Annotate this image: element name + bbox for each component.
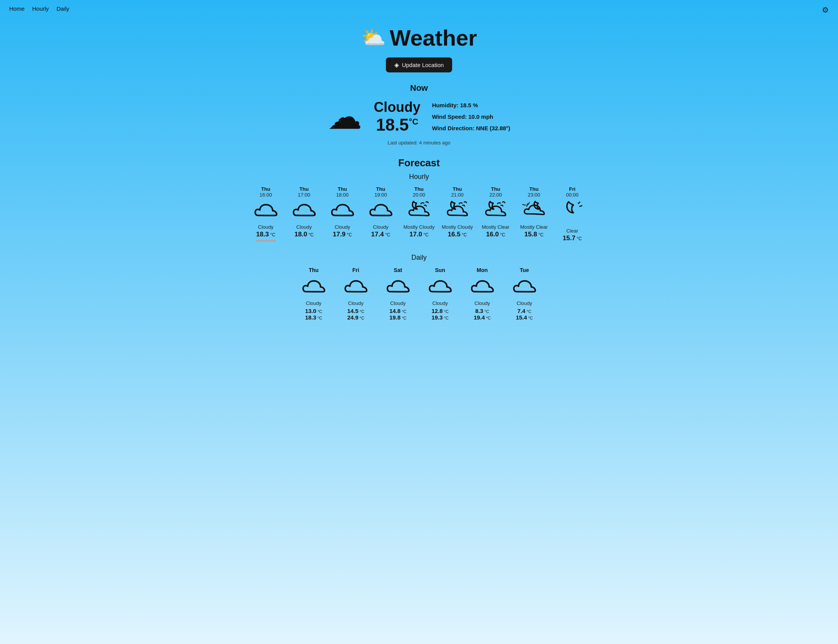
now-details: Humidity: 18.5 % Wind Speed: 10.0 mph Wi… — [432, 100, 510, 134]
hourly-weather-icon — [406, 200, 432, 222]
nav-home[interactable]: Home — [9, 5, 25, 12]
daily-condition: Cloudy — [474, 301, 490, 306]
hourly-time: 17:00 — [298, 192, 311, 198]
hourly-time: 23:00 — [527, 192, 540, 198]
daily-day: Sun — [435, 267, 445, 273]
hourly-item: Thu 20:00 Mostly Cloudy 17.0 °C — [402, 186, 436, 242]
update-location-label: Update Location — [402, 62, 444, 68]
hourly-item: Thu 19:00 Cloudy 17.4 °C — [364, 186, 398, 242]
hourly-condition: Mostly Cloudy — [442, 224, 473, 230]
wind-speed-row: Wind Speed: 10.0 mph — [432, 111, 510, 123]
daily-section-title: Daily — [0, 254, 838, 262]
hourly-temp: 16.0 °C — [486, 231, 505, 238]
app-title: Weather — [390, 25, 477, 51]
hourly-temp: 17.4 °C — [371, 231, 391, 238]
now-content: ☁ Cloudy 18.5°C Humidity: 18.5 % Wind Sp… — [0, 99, 838, 135]
app-logo-icon: ⛅ — [361, 26, 386, 49]
hourly-item: Thu 21:00 Mostly Cloudy 16.5 °C — [440, 186, 475, 242]
hourly-weather-icon — [253, 200, 279, 222]
hourly-time: 19:00 — [375, 192, 387, 198]
wind-speed-value: 10.0 mph — [468, 113, 493, 120]
hourly-time: 18:00 — [336, 192, 349, 198]
hourly-time: 21:00 — [451, 192, 463, 198]
humidity-label: Humidity: — [432, 102, 458, 108]
svg-line-1 — [580, 206, 582, 207]
hourly-condition: Mostly Clear — [520, 224, 547, 230]
now-label: Now — [0, 83, 838, 93]
hourly-item: Thu 16:00 Cloudy 18.3 °C — [249, 186, 283, 242]
hourly-time: 16:00 — [260, 192, 272, 198]
current-indicator — [256, 240, 276, 242]
hourly-day: Thu — [491, 186, 500, 192]
daily-high-temp: 15.4 °C — [516, 314, 533, 321]
now-weather-icon: ☁ — [328, 100, 362, 134]
last-updated: Last updated: 4 minutes ago — [0, 140, 838, 146]
hourly-condition: Mostly Cloudy — [404, 224, 435, 230]
hourly-weather-icon — [368, 200, 394, 222]
daily-section: Daily Thu Cloudy 13.0 °C 18.3 °C Fri Clo… — [0, 254, 838, 321]
humidity-row: Humidity: 18.5 % — [432, 100, 510, 111]
daily-low-temp: 14.5 °C — [347, 308, 365, 314]
hourly-item: Fri 00:00 Clear 15.7 °C — [555, 186, 590, 242]
hourly-item: Thu 22:00 Mostly Clear 16.0 °C — [478, 186, 513, 242]
now-temperature: 18.5°C — [374, 115, 420, 135]
hourly-time: 00:00 — [566, 192, 578, 198]
daily-weather-icon — [385, 276, 412, 298]
daily-condition: Cloudy — [306, 301, 321, 306]
daily-low-temp: 7.4 °C — [517, 308, 531, 314]
hourly-weather-icon — [521, 200, 547, 222]
wind-dir-value: NNE (32.88°) — [476, 125, 510, 131]
daily-weather-icon — [427, 276, 454, 298]
hourly-day: Thu — [300, 186, 309, 192]
update-location-button[interactable]: ◈ Update Location — [386, 58, 452, 72]
daily-day: Tue — [520, 267, 529, 273]
daily-item: Sun Cloudy 12.8 °C 19.3 °C — [425, 267, 455, 321]
hourly-condition: Cloudy — [296, 224, 312, 230]
hourly-day: Thu — [338, 186, 347, 192]
hourly-weather-icon — [560, 200, 585, 226]
hourly-time: 20:00 — [413, 192, 425, 198]
hourly-weather-icon — [482, 200, 509, 222]
wind-dir-row: Wind Direction: NNE (32.88°) — [432, 123, 510, 134]
hourly-condition: Cloudy — [335, 224, 350, 230]
now-section: Now ☁ Cloudy 18.5°C Humidity: 18.5 % Win… — [0, 83, 838, 146]
daily-day: Fri — [353, 267, 360, 273]
hourly-condition: Cloudy — [258, 224, 273, 230]
wind-dir-label: Wind Direction: — [432, 125, 474, 131]
hourly-temp: 15.7 °C — [563, 235, 582, 242]
daily-high-temp: 19.3 °C — [431, 314, 449, 321]
daily-low-temp: 13.0 °C — [305, 308, 322, 314]
daily-high-temp: 19.4 °C — [473, 314, 491, 321]
hourly-weather-icon — [444, 200, 471, 222]
forecast-section: Forecast Hourly Thu 16:00 Cloudy 18.3 °C… — [0, 157, 838, 336]
hourly-temp: 17.9 °C — [333, 231, 352, 238]
hourly-day: Thu — [376, 186, 386, 192]
hourly-temp: 18.3 °C — [256, 231, 276, 238]
nav-daily[interactable]: Daily — [56, 5, 69, 12]
hourly-condition: Mostly Clear — [481, 224, 509, 230]
daily-low-temp: 8.3 °C — [475, 308, 489, 314]
hourly-day: Fri — [569, 186, 575, 192]
daily-day: Mon — [477, 267, 488, 273]
daily-row: Thu Cloudy 13.0 °C 18.3 °C Fri Cloudy 14… — [0, 267, 838, 321]
hourly-temp: 18.0 °C — [295, 231, 314, 238]
forecast-title: Forecast — [0, 157, 838, 169]
now-condition-temp: Cloudy 18.5°C — [374, 99, 420, 135]
daily-item: Mon Cloudy 8.3 °C 19.4 °C — [467, 267, 498, 321]
humidity-value: 18.5 % — [460, 102, 478, 108]
daily-low-temp: 12.8 °C — [431, 308, 449, 314]
app-header: ⛅ Weather ◈ Update Location — [0, 17, 838, 72]
hourly-temp: 16.5 °C — [448, 231, 467, 238]
daily-weather-icon — [343, 276, 370, 298]
nav-hourly[interactable]: Hourly — [32, 5, 49, 12]
daily-day: Sat — [394, 267, 403, 273]
hourly-weather-icon — [291, 200, 318, 222]
hourly-day: Thu — [453, 186, 462, 192]
settings-icon[interactable]: ⚙ — [822, 5, 829, 15]
now-condition: Cloudy — [374, 99, 420, 115]
daily-item: Tue Cloudy 7.4 °C 15.4 °C — [509, 267, 540, 321]
title-row: ⛅ Weather — [0, 25, 838, 51]
daily-high-temp: 18.3 °C — [305, 314, 322, 321]
hourly-item: Thu 18:00 Cloudy 17.9 °C — [325, 186, 360, 242]
hourly-temp: 17.0 °C — [410, 231, 429, 238]
